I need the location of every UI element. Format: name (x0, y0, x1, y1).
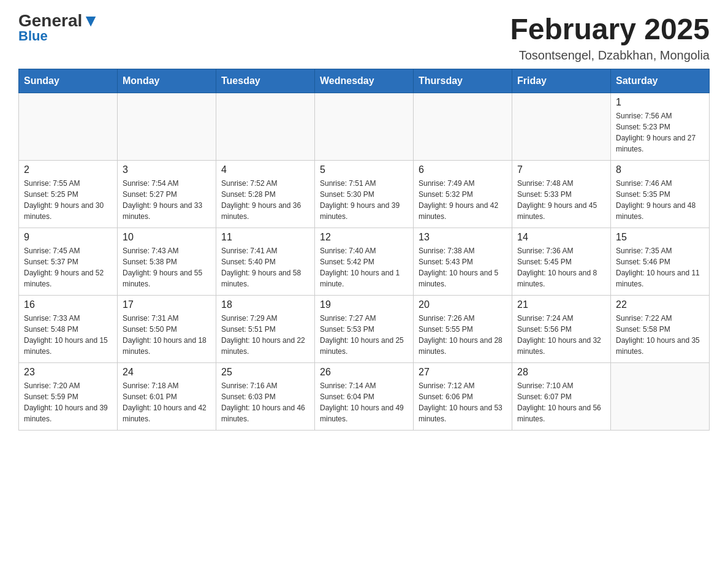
table-row: 12Sunrise: 7:40 AM Sunset: 5:42 PM Dayli… (315, 228, 414, 296)
week-row-5: 23Sunrise: 7:20 AM Sunset: 5:59 PM Dayli… (19, 363, 710, 431)
day-number: 15 (616, 232, 704, 243)
table-row: 15Sunrise: 7:35 AM Sunset: 5:46 PM Dayli… (611, 228, 710, 296)
table-row: 1Sunrise: 7:56 AM Sunset: 5:23 PM Daylig… (611, 93, 710, 161)
day-info: Sunrise: 7:48 AM Sunset: 5:33 PM Dayligh… (517, 178, 605, 222)
day-number: 12 (320, 232, 408, 243)
day-info: Sunrise: 7:38 AM Sunset: 5:43 PM Dayligh… (419, 245, 507, 289)
day-number: 23 (24, 367, 112, 378)
header-thursday: Thursday (414, 69, 512, 93)
logo-blue-text: Blue (18, 28, 48, 44)
table-row: 11Sunrise: 7:41 AM Sunset: 5:40 PM Dayli… (216, 228, 315, 296)
day-number: 22 (616, 299, 704, 310)
location-subtitle: Tosontsengel, Dzabkhan, Mongolia (510, 48, 710, 63)
day-info: Sunrise: 7:40 AM Sunset: 5:42 PM Dayligh… (320, 245, 408, 289)
day-number: 16 (24, 299, 112, 310)
table-row: 14Sunrise: 7:36 AM Sunset: 5:45 PM Dayli… (512, 228, 611, 296)
logo-text: General▼ (18, 12, 99, 29)
table-row: 8Sunrise: 7:46 AM Sunset: 5:35 PM Daylig… (611, 161, 710, 228)
day-info: Sunrise: 7:43 AM Sunset: 5:38 PM Dayligh… (123, 245, 211, 289)
day-number: 17 (123, 299, 211, 310)
day-info: Sunrise: 7:20 AM Sunset: 5:59 PM Dayligh… (24, 380, 112, 424)
table-row: 27Sunrise: 7:12 AM Sunset: 6:06 PM Dayli… (414, 363, 512, 431)
header-wednesday: Wednesday (315, 69, 414, 93)
day-number: 9 (24, 232, 112, 243)
table-row: 23Sunrise: 7:20 AM Sunset: 5:59 PM Dayli… (19, 363, 118, 431)
table-row: 22Sunrise: 7:22 AM Sunset: 5:58 PM Dayli… (611, 296, 710, 363)
day-info: Sunrise: 7:16 AM Sunset: 6:03 PM Dayligh… (221, 380, 309, 424)
table-row: 16Sunrise: 7:33 AM Sunset: 5:48 PM Dayli… (19, 296, 118, 363)
day-number: 5 (320, 164, 408, 175)
day-number: 7 (517, 164, 605, 175)
week-row-2: 2Sunrise: 7:55 AM Sunset: 5:25 PM Daylig… (19, 161, 710, 228)
day-number: 26 (320, 367, 408, 378)
day-number: 27 (419, 367, 507, 378)
day-info: Sunrise: 7:10 AM Sunset: 6:07 PM Dayligh… (517, 380, 605, 424)
table-row: 4Sunrise: 7:52 AM Sunset: 5:28 PM Daylig… (216, 161, 315, 228)
logo-triangle-icon: ▼ (82, 11, 99, 30)
day-info: Sunrise: 7:49 AM Sunset: 5:32 PM Dayligh… (419, 178, 507, 222)
table-row: 21Sunrise: 7:24 AM Sunset: 5:56 PM Dayli… (512, 296, 611, 363)
table-row: 6Sunrise: 7:49 AM Sunset: 5:32 PM Daylig… (414, 161, 512, 228)
day-number: 14 (517, 232, 605, 243)
day-info: Sunrise: 7:52 AM Sunset: 5:28 PM Dayligh… (221, 178, 309, 222)
table-row: 13Sunrise: 7:38 AM Sunset: 5:43 PM Dayli… (414, 228, 512, 296)
day-info: Sunrise: 7:31 AM Sunset: 5:50 PM Dayligh… (123, 313, 211, 357)
day-info: Sunrise: 7:12 AM Sunset: 6:06 PM Dayligh… (419, 380, 507, 424)
table-row (315, 93, 414, 161)
table-row: 10Sunrise: 7:43 AM Sunset: 5:38 PM Dayli… (118, 228, 216, 296)
calendar-table: Sunday Monday Tuesday Wednesday Thursday… (18, 69, 710, 431)
day-number: 19 (320, 299, 408, 310)
table-row: 2Sunrise: 7:55 AM Sunset: 5:25 PM Daylig… (19, 161, 118, 228)
day-info: Sunrise: 7:51 AM Sunset: 5:30 PM Dayligh… (320, 178, 408, 222)
day-info: Sunrise: 7:54 AM Sunset: 5:27 PM Dayligh… (123, 178, 211, 222)
table-row: 3Sunrise: 7:54 AM Sunset: 5:27 PM Daylig… (118, 161, 216, 228)
week-row-1: 1Sunrise: 7:56 AM Sunset: 5:23 PM Daylig… (19, 93, 710, 161)
day-number: 1 (616, 97, 704, 108)
day-number: 4 (221, 164, 309, 175)
table-row: 26Sunrise: 7:14 AM Sunset: 6:04 PM Dayli… (315, 363, 414, 431)
header-friday: Friday (512, 69, 611, 93)
title-area: February 2025 Tosontsengel, Dzabkhan, Mo… (510, 12, 710, 63)
day-info: Sunrise: 7:33 AM Sunset: 5:48 PM Dayligh… (24, 313, 112, 357)
logo: General▼ Blue (18, 12, 99, 44)
table-row (512, 93, 611, 161)
table-row: 24Sunrise: 7:18 AM Sunset: 6:01 PM Dayli… (118, 363, 216, 431)
header-sunday: Sunday (19, 69, 118, 93)
table-row: 7Sunrise: 7:48 AM Sunset: 5:33 PM Daylig… (512, 161, 611, 228)
day-number: 6 (419, 164, 507, 175)
day-number: 8 (616, 164, 704, 175)
table-row (19, 93, 118, 161)
day-info: Sunrise: 7:18 AM Sunset: 6:01 PM Dayligh… (123, 380, 211, 424)
day-number: 25 (221, 367, 309, 378)
weekday-header-row: Sunday Monday Tuesday Wednesday Thursday… (19, 69, 710, 93)
day-info: Sunrise: 7:14 AM Sunset: 6:04 PM Dayligh… (320, 380, 408, 424)
table-row (118, 93, 216, 161)
day-number: 10 (123, 232, 211, 243)
day-info: Sunrise: 7:56 AM Sunset: 5:23 PM Dayligh… (616, 110, 704, 155)
table-row: 17Sunrise: 7:31 AM Sunset: 5:50 PM Dayli… (118, 296, 216, 363)
table-row: 20Sunrise: 7:26 AM Sunset: 5:55 PM Dayli… (414, 296, 512, 363)
day-number: 28 (517, 367, 605, 378)
table-row: 28Sunrise: 7:10 AM Sunset: 6:07 PM Dayli… (512, 363, 611, 431)
day-number: 24 (123, 367, 211, 378)
day-info: Sunrise: 7:35 AM Sunset: 5:46 PM Dayligh… (616, 245, 704, 289)
day-info: Sunrise: 7:27 AM Sunset: 5:53 PM Dayligh… (320, 313, 408, 357)
day-info: Sunrise: 7:36 AM Sunset: 5:45 PM Dayligh… (517, 245, 605, 289)
page-header: General▼ Blue February 2025 Tosontsengel… (18, 12, 710, 63)
table-row: 9Sunrise: 7:45 AM Sunset: 5:37 PM Daylig… (19, 228, 118, 296)
table-row: 18Sunrise: 7:29 AM Sunset: 5:51 PM Dayli… (216, 296, 315, 363)
day-info: Sunrise: 7:26 AM Sunset: 5:55 PM Dayligh… (419, 313, 507, 357)
day-info: Sunrise: 7:22 AM Sunset: 5:58 PM Dayligh… (616, 313, 704, 357)
day-info: Sunrise: 7:45 AM Sunset: 5:37 PM Dayligh… (24, 245, 112, 289)
week-row-3: 9Sunrise: 7:45 AM Sunset: 5:37 PM Daylig… (19, 228, 710, 296)
day-number: 13 (419, 232, 507, 243)
week-row-4: 16Sunrise: 7:33 AM Sunset: 5:48 PM Dayli… (19, 296, 710, 363)
header-saturday: Saturday (611, 69, 710, 93)
table-row (216, 93, 315, 161)
day-info: Sunrise: 7:41 AM Sunset: 5:40 PM Dayligh… (221, 245, 309, 289)
header-monday: Monday (118, 69, 216, 93)
day-number: 18 (221, 299, 309, 310)
day-number: 2 (24, 164, 112, 175)
day-number: 3 (123, 164, 211, 175)
table-row: 19Sunrise: 7:27 AM Sunset: 5:53 PM Dayli… (315, 296, 414, 363)
